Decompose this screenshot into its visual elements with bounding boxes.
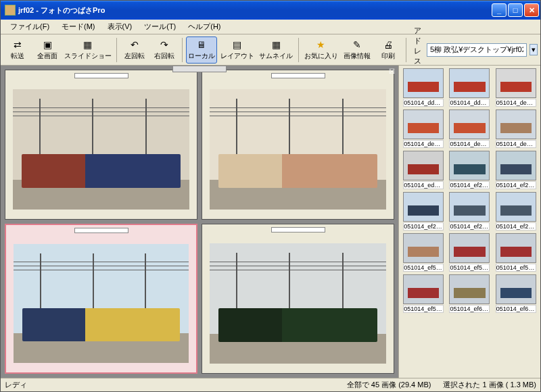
layout-button[interactable]: ▤レイアウト [218,36,256,64]
rotate-left-button[interactable]: ↶左回転 [120,36,149,64]
pane-close-icon[interactable]: ☒ [387,67,396,75]
thumbnail-label[interactable]: 051014_ef210_... [403,222,444,230]
thumbnail-label[interactable]: 051014_dd51_0... [403,99,444,107]
local-button[interactable]: 🖥ローカル [186,36,217,64]
thumbnail-image[interactable] [403,192,444,222]
layout-icon: ▤ [231,39,244,51]
thumbnail-image[interactable] [496,68,536,98]
close-button[interactable]: ✕ [524,3,539,17]
preview-photo[interactable] [205,82,391,216]
transfer-button[interactable]: ⇄転送 [3,36,32,64]
thumbnail-image[interactable] [496,233,536,263]
fullscreen-button[interactable]: ▣全画面 [33,36,62,64]
rotate-left-icon: ↶ [128,39,141,51]
toolbar: ⇄転送 ▣全画面 ▦スライドショー ↶左回転 ↷右回転 🖥ローカル ▤レイアウト… [1,34,540,66]
status-ready: レディ [5,380,27,390]
thumbnail-item[interactable]: 051014_ef200_... [448,151,491,189]
thumbnail-label[interactable]: 051014_de10_0... [403,140,444,148]
preview-cell[interactable] [5,224,197,374]
thumbnail-image[interactable] [403,274,444,304]
thumbnail-image[interactable] [449,274,490,304]
thumbnail-image[interactable] [449,109,490,139]
thumbnail-label[interactable]: 051014_ef210_... [496,222,536,230]
info-icon: ✎ [350,39,364,51]
separator [298,38,299,62]
address-input[interactable] [427,43,527,57]
thumbnail-image[interactable] [449,68,490,98]
thumbnail-item[interactable]: 051014_ef210_... [494,151,538,189]
thumbnail-label[interactable]: 051014_ef64_0... [449,305,490,313]
thumbnail-item[interactable]: 051014_de10_0... [448,109,491,148]
thumbnail-label[interactable]: 051014_de10_0... [496,99,536,107]
preview-cell[interactable] [202,70,394,220]
print-button[interactable]: 🖨印刷 [374,36,402,64]
thumbnail-label[interactable]: 051014_ef210_... [496,181,536,189]
favorite-button[interactable]: ★お気に入り [302,36,340,64]
thumbnail-label[interactable]: 051014_ef510_... [496,264,536,272]
window-title: jrf02 - フォトのつばさPro [18,5,492,16]
thumbnail-item[interactable]: 051014_ef510_... [402,233,445,272]
thumbnail-item[interactable]: 051014_dd51_0... [402,68,445,107]
thumbnail-item[interactable]: 051014_ef510_... [494,233,538,272]
preview-photo[interactable] [9,237,193,370]
maximize-button[interactable]: □ [508,3,523,17]
image-info-button[interactable]: ✎画像情報 [341,36,372,64]
preview-cell[interactable] [5,70,197,220]
thumbnail-item[interactable]: 051014_dd51_0... [448,68,491,107]
thumbnail-label[interactable]: 051014_ef200_... [449,181,490,189]
menu-view[interactable]: 表示(V) [102,20,138,33]
cell-slider[interactable] [74,73,128,78]
thumbnail-image[interactable] [403,109,444,139]
thumbnail-image[interactable] [449,151,490,180]
thumbnail-icon: ▦ [269,39,283,51]
cell-slider[interactable] [271,73,325,78]
thumbnail-label[interactable]: 051014_dd51_0... [449,99,490,107]
thumbnail-item[interactable]: 051014_de10_0... [494,68,538,107]
thumbnail-label[interactable]: 051014_de10_0... [449,140,490,148]
address-dropdown-icon[interactable]: ▾ [530,44,538,55]
thumbnail-image[interactable] [403,233,444,263]
thumbnail-image[interactable] [496,109,536,139]
thumbnail-item[interactable]: 051014_ef64_0... [448,274,491,313]
cell-slider[interactable] [271,227,325,232]
thumbnail-button[interactable]: ▦サムネイル [257,36,295,64]
slideshow-button[interactable]: ▦スライドショー [63,36,113,64]
menu-file[interactable]: ファイル(F) [5,20,55,33]
thumbnail-pane[interactable]: 051014_dd51_0...051014_dd51_0...051014_d… [398,66,540,378]
thumbnail-item[interactable]: 051014_ef210_... [494,192,538,230]
thumbnail-item[interactable]: 051014_ed75_s... [402,151,445,189]
thumbnail-image[interactable] [496,274,536,304]
thumbnail-label[interactable]: 051014_ef210_... [449,222,490,230]
thumbnail-item[interactable]: 051014_de10_0... [402,109,445,148]
thumbnail-item[interactable]: 051014_ef210_... [402,192,445,230]
preview-cell[interactable] [202,224,394,374]
menu-tool[interactable]: ツール(T) [139,20,181,33]
thumbnail-item[interactable]: 051014_ef64_0... [494,274,538,313]
thumbnail-label[interactable]: 051014_ef58_s... [403,305,444,313]
menu-mode[interactable]: モード(M) [56,20,101,33]
status-total: 全部で 45 画像 (29.4 MB) [347,380,431,390]
thumbnail-image[interactable] [496,151,536,180]
thumbnail-item[interactable]: 051014_ef58_s... [402,274,445,313]
menu-help[interactable]: ヘルプ(H) [183,20,226,33]
thumbnail-image[interactable] [403,151,444,180]
thumbnail-label[interactable]: 051014_ef64_0... [496,305,536,313]
minimize-button[interactable]: _ [492,3,507,17]
thumbnail-image[interactable] [496,192,536,222]
thumbnail-label[interactable]: 051014_ef510_... [403,264,444,272]
thumbnail-image[interactable] [449,192,490,222]
cell-slider[interactable] [74,228,128,233]
title-bar: jrf02 - フォトのつばさPro _ □ ✕ [1,1,540,20]
preview-photo[interactable] [8,82,194,216]
thumbnail-item[interactable]: 051014_ef510_... [448,233,491,272]
rotate-right-button[interactable]: ↷右回転 [150,36,179,64]
thumbnail-item[interactable]: 051014_de10_0... [494,109,538,148]
thumbnail-label[interactable]: 051014_ef510_... [449,264,490,272]
thumbnail-item[interactable]: 051014_ef210_... [448,192,491,230]
thumbnail-image[interactable] [403,68,444,98]
thumbnail-image[interactable] [449,233,490,263]
top-slider[interactable] [172,66,227,72]
preview-photo[interactable] [205,237,391,370]
thumbnail-label[interactable]: 051014_de10_0... [496,140,536,148]
thumbnail-label[interactable]: 051014_ed75_s... [403,181,444,189]
